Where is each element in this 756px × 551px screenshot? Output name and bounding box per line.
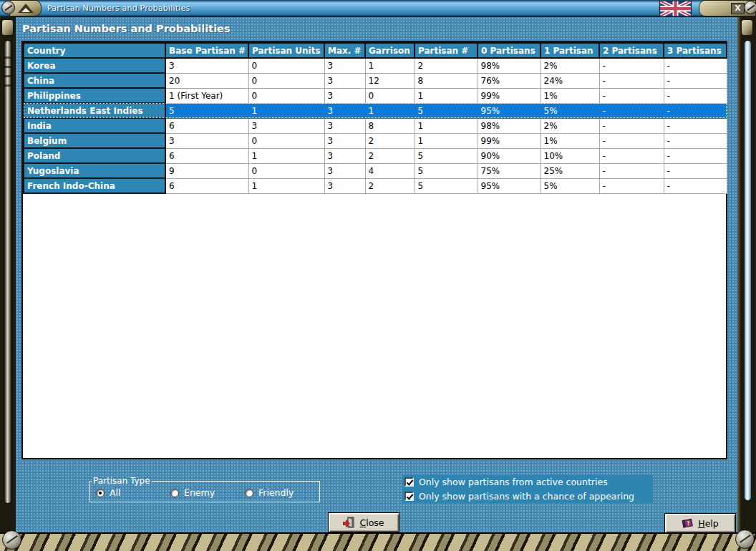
- data-cell: 1: [365, 58, 415, 73]
- table-row[interactable]: French Indo-China6132595%5%--: [24, 178, 727, 193]
- data-cell: 24%: [541, 73, 599, 88]
- data-cell: -: [664, 178, 727, 193]
- data-cell: -: [599, 88, 664, 103]
- data-cell: 76%: [478, 73, 541, 88]
- data-cell: 10%: [541, 148, 599, 163]
- data-cell: 3: [324, 73, 365, 88]
- bottom-frame-stripes: [0, 532, 756, 551]
- table-row[interactable]: Philippines1 (First Year)030199%1%--: [24, 88, 727, 103]
- data-cell: -: [599, 163, 664, 178]
- filter-checkbox-row[interactable]: Only show partisans from active countrie…: [402, 474, 653, 489]
- close-window-button[interactable]: X: [731, 3, 745, 14]
- table-row[interactable]: Yugoslavia9034575%25%--: [24, 163, 727, 178]
- data-cell: 3: [324, 133, 365, 148]
- titlebar: Partisan Numbers and Probabilities X: [0, 0, 756, 17]
- help-button[interactable]: ? Help: [664, 513, 736, 533]
- radio-enemy[interactable]: Enemy: [170, 487, 245, 498]
- data-cell: -: [599, 58, 664, 73]
- data-cell: 5: [415, 103, 478, 118]
- data-cell: 20: [165, 73, 248, 88]
- data-cell: 2: [365, 178, 415, 193]
- data-cell: 1%: [541, 88, 599, 103]
- screw-icon: [735, 530, 755, 549]
- data-cell: 2: [415, 58, 478, 73]
- data-cell: 2%: [541, 118, 599, 133]
- country-cell: Belgium: [24, 133, 165, 148]
- header-row: CountryBase Partisan #Partisan UnitsMax.…: [24, 43, 727, 58]
- column-header: 1 Partisan: [541, 43, 599, 58]
- data-cell: 1: [415, 133, 478, 148]
- data-cell: 0: [248, 133, 324, 148]
- column-header: Max. #: [324, 43, 365, 58]
- table-row[interactable]: Korea3031298%2%--: [24, 58, 727, 73]
- data-cell: -: [664, 133, 727, 148]
- uk-flag-icon: [658, 1, 693, 16]
- column-header: 3 Partisans: [664, 43, 727, 58]
- data-cell: -: [599, 103, 664, 118]
- help-book-icon: ?: [682, 517, 694, 529]
- data-cell: 3: [324, 118, 365, 133]
- column-header: Garrison: [365, 43, 415, 58]
- radio-icon: [245, 489, 253, 497]
- data-cell: 75%: [478, 163, 541, 178]
- data-cell: -: [664, 148, 727, 163]
- data-cell: -: [664, 58, 727, 73]
- data-cell: 0: [248, 88, 324, 103]
- filter-checkbox-row[interactable]: Only show partisans with a chance of app…: [402, 489, 653, 503]
- data-cell: 1: [415, 88, 478, 103]
- data-cell: 8: [415, 73, 478, 88]
- help-button-label: Help: [698, 518, 719, 529]
- radio-label: Enemy: [184, 487, 215, 498]
- triangle-icon: [21, 8, 30, 12]
- checkbox-icon: [404, 492, 414, 501]
- data-cell: 3: [324, 58, 365, 73]
- data-cell: 2: [365, 148, 415, 163]
- table-row[interactable]: India6338198%2%--: [24, 118, 727, 133]
- exit-door-icon: [343, 517, 355, 528]
- table-body: Korea3031298%2%--China200312876%24%--Phi…: [24, 58, 727, 193]
- data-cell: 1: [248, 148, 324, 163]
- data-cell: 4: [365, 163, 415, 178]
- frame-tube-decoration: [744, 40, 752, 501]
- country-cell: China: [24, 73, 165, 88]
- data-cell: 1: [248, 178, 324, 193]
- data-cell: 1: [365, 103, 415, 118]
- data-cell: 5: [415, 163, 478, 178]
- data-cell: -: [664, 73, 727, 88]
- data-cell: 8: [365, 118, 415, 133]
- column-header: Partisan #: [415, 43, 478, 58]
- table-row[interactable]: Netherlands East Indies5131595%5%--: [24, 103, 727, 118]
- country-cell: Netherlands East Indies: [24, 103, 165, 118]
- data-cell: 99%: [478, 88, 541, 103]
- table-header: CountryBase Partisan #Partisan UnitsMax.…: [24, 43, 727, 58]
- screw-icon: [2, 530, 21, 550]
- left-frame: [0, 17, 16, 534]
- data-cell: 5%: [541, 103, 599, 118]
- data-cell: 3: [248, 118, 324, 133]
- data-cell: 2%: [541, 58, 599, 73]
- data-cell: -: [664, 103, 727, 118]
- column-header: 2 Partisans: [599, 43, 664, 58]
- frame-knob-icon: [741, 19, 753, 36]
- window-title: Partisan Numbers and Probabilities: [47, 4, 190, 13]
- screw-icon: [744, 1, 756, 14]
- table-row[interactable]: Belgium3032199%1%--: [24, 133, 727, 148]
- table-row[interactable]: China200312876%24%--: [24, 73, 727, 88]
- data-cell: 3: [324, 163, 365, 178]
- country-cell: French Indo-China: [24, 178, 165, 193]
- radio-friendly[interactable]: Friendly: [245, 487, 319, 498]
- data-cell: 2: [365, 133, 415, 148]
- close-button[interactable]: Close: [328, 512, 399, 532]
- right-frame: [737, 17, 756, 534]
- radio-icon: [170, 489, 179, 497]
- data-cell: -: [599, 73, 664, 88]
- data-cell: 90%: [478, 148, 541, 163]
- data-cell: 5: [415, 148, 478, 163]
- data-cell: 95%: [478, 178, 541, 193]
- data-cell: 9: [165, 163, 248, 178]
- table-row[interactable]: Poland6132590%10%--: [24, 148, 727, 163]
- partisan-type-radios: AllEnemyFriendly: [90, 486, 319, 498]
- column-header: Partisan Units: [248, 43, 324, 58]
- radio-all[interactable]: All: [96, 487, 170, 498]
- data-cell: -: [599, 133, 664, 148]
